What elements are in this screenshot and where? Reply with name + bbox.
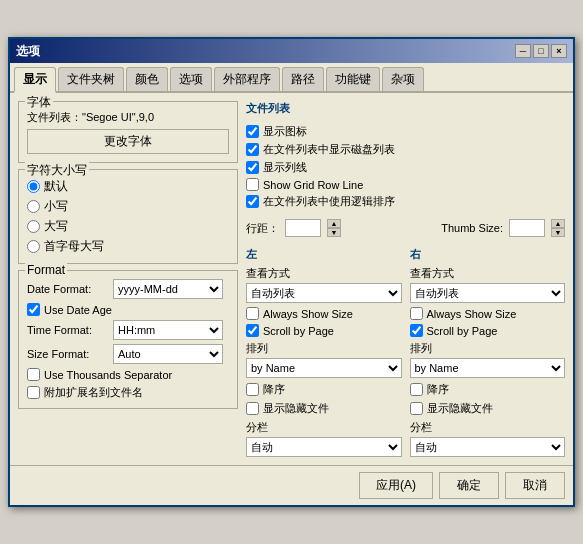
- main-window: 选项 ─ □ × 显示 文件夹树 颜色 选项 外部程序 路径 功能键 杂项 字体…: [8, 37, 575, 507]
- left-desc-checkbox[interactable]: [246, 383, 259, 396]
- date-format-label: Date Format:: [27, 283, 107, 295]
- use-date-age-label: Use Date Age: [44, 304, 112, 316]
- left-always-size-label: Always Show Size: [263, 308, 353, 320]
- left-sort-select[interactable]: by Name: [246, 358, 402, 378]
- change-font-button[interactable]: 更改字体: [27, 129, 229, 154]
- right-hidden-label: 显示隐藏文件: [427, 401, 493, 416]
- thumb-size-input[interactable]: 120: [509, 219, 545, 237]
- size-format-select[interactable]: Auto: [113, 344, 223, 364]
- thumb-size-up[interactable]: ▲: [551, 219, 565, 228]
- date-format-row: Date Format: yyyy-MM-dd: [27, 279, 229, 299]
- tab-path[interactable]: 路径: [282, 67, 324, 91]
- check-logic-sort[interactable]: 在文件列表中使用逻辑排序: [246, 194, 565, 209]
- extension-row: 附加扩展名到文件名: [27, 385, 229, 400]
- case-title[interactable]: 首字母大写: [27, 238, 229, 255]
- left-desc-label: 降序: [263, 382, 285, 397]
- left-scroll-page-label: Scroll by Page: [263, 325, 334, 337]
- case-upper-radio[interactable]: [27, 220, 40, 233]
- thousands-checkbox[interactable]: [27, 368, 40, 381]
- case-title-label: 首字母大写: [44, 238, 104, 255]
- left-scroll-page-checkbox[interactable]: [246, 324, 259, 337]
- date-format-select[interactable]: yyyy-MM-dd: [113, 279, 223, 299]
- show-icon-checkbox[interactable]: [246, 125, 259, 138]
- left-always-size-checkbox[interactable]: [246, 307, 259, 320]
- left-view-label: 查看方式: [246, 266, 402, 281]
- font-value: "Segoe UI",9,0: [82, 111, 154, 123]
- right-scroll-page-checkbox[interactable]: [410, 324, 423, 337]
- right-branch-select[interactable]: 自动: [410, 437, 566, 457]
- right-sort-label: 排列: [410, 341, 566, 356]
- format-group-label: Format: [25, 263, 67, 277]
- extension-checkbox[interactable]: [27, 386, 40, 399]
- tab-options[interactable]: 选项: [170, 67, 212, 91]
- case-title-radio[interactable]: [27, 240, 40, 253]
- right-desc-checkbox[interactable]: [410, 383, 423, 396]
- tab-color[interactable]: 颜色: [126, 67, 168, 91]
- tab-hotkey[interactable]: 功能键: [326, 67, 380, 91]
- row-distance-down[interactable]: ▼: [327, 228, 341, 237]
- thumb-size-down[interactable]: ▼: [551, 228, 565, 237]
- left-branch-select[interactable]: 自动: [246, 437, 402, 457]
- apply-button[interactable]: 应用(A): [359, 472, 433, 499]
- use-date-age-row: Use Date Age: [27, 303, 229, 316]
- show-disk-checkbox[interactable]: [246, 143, 259, 156]
- tab-folder-tree[interactable]: 文件夹树: [58, 67, 124, 91]
- right-sort-select[interactable]: by Name: [410, 358, 566, 378]
- left-hidden-checkbox[interactable]: [246, 402, 259, 415]
- cancel-button[interactable]: 取消: [505, 472, 565, 499]
- show-icon-label: 显示图标: [263, 124, 307, 139]
- case-lower-label: 小写: [44, 198, 68, 215]
- extension-label: 附加扩展名到文件名: [44, 385, 143, 400]
- case-upper[interactable]: 大写: [27, 218, 229, 235]
- case-group: 字符大小写 默认 小写 大写: [18, 169, 238, 264]
- right-hidden-row: 显示隐藏文件: [410, 401, 566, 416]
- tab-misc[interactable]: 杂项: [382, 67, 424, 91]
- right-view-select[interactable]: 自动列表: [410, 283, 566, 303]
- use-date-age-checkbox[interactable]: [27, 303, 40, 316]
- row-distance-input[interactable]: 0: [285, 219, 321, 237]
- thumb-size-label: Thumb Size:: [441, 222, 503, 234]
- check-show-icon[interactable]: 显示图标: [246, 124, 565, 139]
- logic-sort-checkbox[interactable]: [246, 195, 259, 208]
- maximize-button[interactable]: □: [533, 44, 549, 58]
- right-scroll-page-label: Scroll by Page: [427, 325, 498, 337]
- right-view-label: 查看方式: [410, 266, 566, 281]
- check-show-col[interactable]: 显示列线: [246, 160, 565, 175]
- right-scroll-page-row: Scroll by Page: [410, 324, 566, 337]
- show-col-label: 显示列线: [263, 160, 307, 175]
- case-lower[interactable]: 小写: [27, 198, 229, 215]
- case-default-radio[interactable]: [27, 180, 40, 193]
- case-group-label: 字符大小写: [25, 162, 89, 179]
- right-always-size-checkbox[interactable]: [410, 307, 423, 320]
- right-hidden-checkbox[interactable]: [410, 402, 423, 415]
- row-distance-label: 行距：: [246, 221, 279, 236]
- tab-external[interactable]: 外部程序: [214, 67, 280, 91]
- left-sort-label: 排列: [246, 341, 402, 356]
- left-view-select[interactable]: 自动列表: [246, 283, 402, 303]
- check-grid-row[interactable]: Show Grid Row Line: [246, 178, 565, 191]
- title-bar-buttons: ─ □ ×: [515, 44, 567, 58]
- right-panel: 右 查看方式 自动列表 Always Show Size Scroll by P…: [410, 247, 566, 457]
- case-radio-group: 默认 小写 大写 首字母大写: [27, 174, 229, 255]
- case-default[interactable]: 默认: [27, 178, 229, 195]
- ok-button[interactable]: 确定: [439, 472, 499, 499]
- grid-row-checkbox[interactable]: [246, 178, 259, 191]
- left-hidden-row: 显示隐藏文件: [246, 401, 402, 416]
- close-button[interactable]: ×: [551, 44, 567, 58]
- left-panel: 左 查看方式 自动列表 Always Show Size Scroll by P…: [246, 247, 402, 457]
- font-group-label: 字体: [25, 94, 53, 111]
- row-distance-up[interactable]: ▲: [327, 219, 341, 228]
- time-format-label: Time Format:: [27, 324, 107, 336]
- row-distance-spinner: ▲ ▼: [327, 219, 341, 237]
- check-show-disk[interactable]: 在文件列表中显示磁盘列表: [246, 142, 565, 157]
- left-panel-title: 左: [246, 247, 402, 262]
- left-hidden-label: 显示隐藏文件: [263, 401, 329, 416]
- show-disk-label: 在文件列表中显示磁盘列表: [263, 142, 395, 157]
- tab-display[interactable]: 显示: [14, 67, 56, 93]
- right-always-size-row: Always Show Size: [410, 307, 566, 320]
- time-format-select[interactable]: HH:mm: [113, 320, 223, 340]
- minimize-button[interactable]: ─: [515, 44, 531, 58]
- show-col-checkbox[interactable]: [246, 161, 259, 174]
- case-lower-radio[interactable]: [27, 200, 40, 213]
- grid-row-label: Show Grid Row Line: [263, 179, 363, 191]
